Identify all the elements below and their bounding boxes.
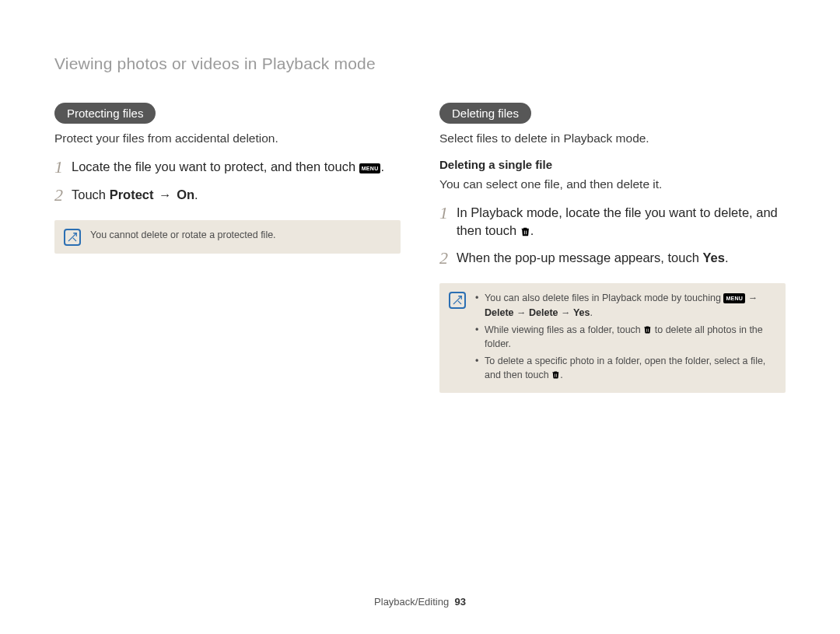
bold-text: On <box>177 187 194 201</box>
deleting-intro: Select files to delete in Playback mode. <box>439 131 786 145</box>
step-text: Touch Protect → On. <box>72 186 198 204</box>
text-segment: . <box>725 250 729 264</box>
bold-text: Protect <box>110 187 154 201</box>
text-segment: . <box>380 159 384 173</box>
deleting-steps: 1 In Playback mode, locate the file you … <box>439 204 786 268</box>
protect-step-1: 1 Locate the file you want to protect, a… <box>54 158 401 177</box>
trash-icon <box>551 369 560 378</box>
protect-step-2: 2 Touch Protect → On. <box>54 186 401 205</box>
protecting-files-pill: Protecting files <box>54 103 156 124</box>
deleting-single-subhead: Deleting a single file <box>439 158 786 171</box>
delete-step-2: 2 When the pop-up message appears, touch… <box>439 249 786 268</box>
manual-page: Viewing photos or videos in Playback mod… <box>0 0 840 634</box>
delete-step-1: 1 In Playback mode, locate the file you … <box>439 204 786 240</box>
note-icon <box>449 292 466 309</box>
arrow-icon: → <box>748 292 758 303</box>
note-bullet: While viewing files as a folder, touch t… <box>475 323 776 351</box>
footer-section: Playback/Editing <box>374 596 449 608</box>
left-column: Protecting files Protect your files from… <box>54 103 401 393</box>
text-segment: When the pop-up message appears, touch <box>457 250 702 264</box>
protect-note-box: You cannot delete or rotate a protected … <box>54 220 401 254</box>
bold-text: Delete <box>485 307 514 318</box>
text-segment: You can also delete files in Playback mo… <box>485 292 723 303</box>
note-text: You cannot delete or rotate a protected … <box>90 229 276 240</box>
text-segment: In Playback mode, locate the file you wa… <box>457 205 778 237</box>
deleting-files-pill: Deleting files <box>439 103 531 124</box>
note-bullet: To delete a specific photo in a folder, … <box>475 354 776 382</box>
text-segment: Touch <box>72 187 110 201</box>
text-segment: Locate the file you want to protect, and… <box>72 159 359 173</box>
arrow-icon: → <box>558 307 573 318</box>
page-footer: Playback/Editing 93 <box>0 596 840 608</box>
two-column-layout: Protecting files Protect your files from… <box>54 103 786 393</box>
text-segment: . <box>530 223 534 237</box>
protecting-intro: Protect your files from accidental delet… <box>54 131 401 145</box>
step-number: 2 <box>439 249 457 268</box>
step-text: Locate the file you want to protect, and… <box>72 158 384 176</box>
note-body: You can also delete files in Playback mo… <box>475 291 776 385</box>
arrow-icon: → <box>514 307 529 318</box>
protecting-steps: 1 Locate the file you want to protect, a… <box>54 158 401 205</box>
text-segment: . <box>560 370 562 380</box>
bold-text: Yes <box>702 250 724 264</box>
right-column: Deleting files Select files to delete in… <box>439 103 786 393</box>
text-segment: To delete a specific photo in a folder, … <box>485 356 765 380</box>
page-number: 93 <box>454 596 465 608</box>
text-segment: . <box>194 187 198 201</box>
note-body: You cannot delete or rotate a protected … <box>90 228 276 242</box>
deleting-single-intro: You can select one file, and then delete… <box>439 177 786 191</box>
text-segment: . <box>590 307 593 318</box>
note-icon <box>64 229 81 246</box>
arrow-icon: → <box>153 187 177 201</box>
note-bullet: You can also delete files in Playback mo… <box>475 291 776 319</box>
bold-text: Delete <box>529 307 558 318</box>
step-number: 2 <box>54 186 72 205</box>
delete-note-box: You can also delete files in Playback mo… <box>439 283 786 393</box>
bold-text: Yes <box>573 307 590 318</box>
step-number: 1 <box>439 204 457 222</box>
step-text: In Playback mode, locate the file you wa… <box>457 204 786 240</box>
step-number: 1 <box>54 158 72 177</box>
page-title: Viewing photos or videos in Playback mod… <box>54 54 786 73</box>
step-text: When the pop-up message appears, touch Y… <box>457 249 729 267</box>
menu-icon: MENU <box>723 293 745 303</box>
text-segment: While viewing files as a folder, touch <box>485 324 643 335</box>
menu-icon: MENU <box>359 163 381 173</box>
trash-icon <box>643 324 652 333</box>
trash-icon <box>520 223 530 234</box>
